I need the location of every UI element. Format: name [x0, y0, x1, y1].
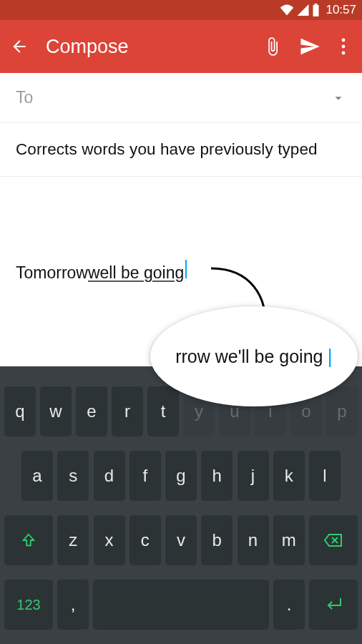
wifi-icon [280, 4, 294, 16]
to-field[interactable]: To [0, 73, 362, 123]
text-cursor-icon [185, 260, 187, 278]
key-v[interactable]: v [165, 515, 197, 565]
subject-field[interactable]: Corrects words you have previously typed [0, 123, 362, 177]
svg-point-2 [342, 52, 346, 55]
key-a[interactable]: a [21, 451, 53, 501]
key-c[interactable]: c [129, 515, 161, 565]
key-l[interactable]: l [309, 451, 341, 501]
keyboard: q w e r t y u i o p a s d f g h j k l z … [0, 366, 362, 644]
subject-text: Corrects words you have previously typed [16, 140, 318, 158]
callout-cursor-icon: | [327, 345, 332, 368]
status-bar: 10:57 [0, 0, 362, 20]
key-w[interactable]: w [40, 386, 72, 436]
svg-point-0 [342, 39, 346, 42]
key-r[interactable]: r [112, 386, 143, 436]
key-q[interactable]: q [4, 386, 36, 436]
correction-callout: rrow we'll be going | [150, 306, 358, 406]
status-time: 10:57 [326, 3, 356, 17]
chevron-down-icon[interactable] [331, 90, 346, 106]
key-backspace[interactable] [309, 515, 358, 565]
attach-button[interactable] [262, 36, 283, 57]
key-shift[interactable] [4, 515, 53, 565]
key-enter[interactable] [309, 580, 358, 630]
back-button[interactable] [9, 36, 30, 57]
key-comma[interactable]: , [57, 580, 89, 630]
callout-text: rrow we'll be going [175, 346, 323, 367]
key-x[interactable]: x [94, 515, 125, 565]
key-period[interactable]: . [273, 580, 305, 630]
keyboard-row-4: 123 , . [0, 580, 362, 630]
key-d[interactable]: d [94, 451, 125, 501]
appbar-title: Compose [46, 36, 262, 58]
body-text-underlined: well be going [88, 263, 184, 283]
body-text-plain: Tomorrow [16, 263, 88, 283]
svg-point-1 [342, 45, 346, 49]
key-h[interactable]: h [201, 451, 233, 501]
key-k[interactable]: k [273, 451, 305, 501]
to-label: To [16, 88, 33, 107]
overflow-menu-button[interactable] [336, 36, 351, 57]
key-s[interactable]: s [57, 451, 89, 501]
key-g[interactable]: g [165, 451, 197, 501]
key-b[interactable]: b [201, 515, 233, 565]
key-f[interactable]: f [129, 451, 161, 501]
key-m[interactable]: m [273, 515, 305, 565]
body-text: Tomorrow well be going [16, 260, 187, 283]
keyboard-row-2: a s d f g h j k l [0, 451, 362, 501]
key-p[interactable]: p [326, 386, 358, 436]
key-space[interactable] [93, 580, 269, 630]
key-e[interactable]: e [76, 386, 107, 436]
battery-icon [312, 4, 320, 16]
send-button[interactable] [299, 36, 321, 57]
app-bar: Compose [0, 20, 362, 73]
keyboard-row-3: z x c v b n m [0, 515, 362, 565]
cell-signal-icon [297, 4, 309, 16]
key-j[interactable]: j [238, 451, 269, 501]
key-n[interactable]: n [238, 515, 269, 565]
key-t[interactable]: t [147, 386, 179, 436]
key-z[interactable]: z [57, 515, 89, 565]
key-symbols[interactable]: 123 [4, 580, 53, 630]
